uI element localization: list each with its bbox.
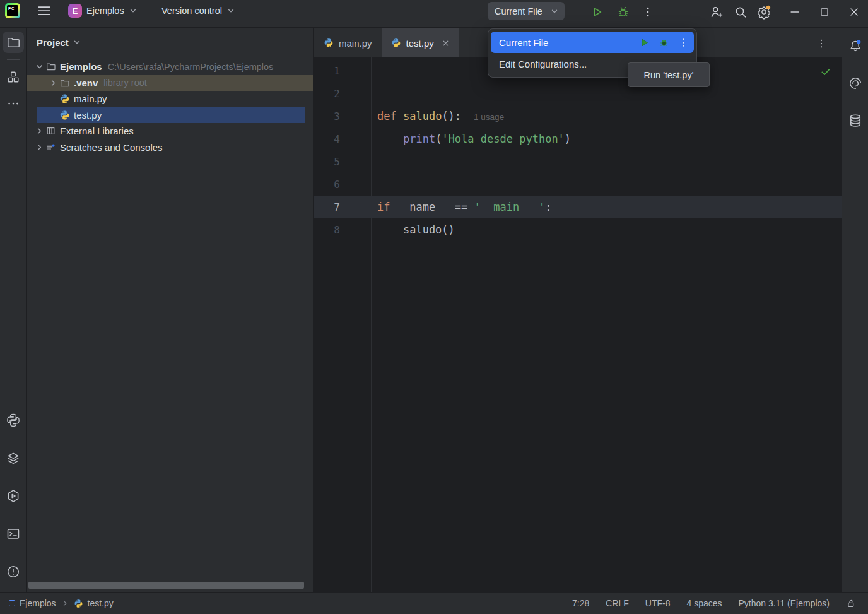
database-icon bbox=[848, 113, 863, 128]
tree-row-scratches[interactable]: Scratches and Consoles bbox=[27, 139, 313, 156]
database-button[interactable] bbox=[845, 110, 866, 131]
folder-icon bbox=[59, 78, 70, 88]
code-line-7-current: 7 if __name__ == '__main___': bbox=[314, 196, 842, 218]
chevron-down-icon bbox=[73, 38, 81, 47]
chevron-right-icon bbox=[35, 143, 44, 152]
tool-window-python-packages-button[interactable] bbox=[3, 410, 24, 431]
tree-label: Scratches and Consoles bbox=[60, 142, 163, 153]
tree-row-ejemplos[interactable]: Ejemplos C:\Users\rafa\PycharmProjects\E… bbox=[27, 59, 313, 75]
breadcrumb-file[interactable]: test.py bbox=[74, 598, 114, 608]
tool-window-problems-button[interactable] bbox=[3, 561, 24, 582]
line-number: 1 bbox=[314, 65, 372, 77]
run-config-selector[interactable]: Current File bbox=[488, 2, 565, 20]
python-file-icon bbox=[59, 110, 70, 121]
more-tool-windows-button[interactable] bbox=[3, 93, 24, 114]
popup-item-label: Edit Configurations... bbox=[499, 59, 587, 69]
editor-tab-options-button[interactable] bbox=[812, 35, 830, 52]
chevron-down-icon bbox=[550, 7, 559, 16]
keyword-token: if bbox=[377, 201, 397, 213]
tree-row-external-libraries[interactable]: External Libraries bbox=[27, 123, 313, 139]
horizontal-scrollbar[interactable] bbox=[28, 582, 304, 589]
project-panel-header[interactable]: Project bbox=[27, 28, 313, 56]
tool-window-terminal-button[interactable] bbox=[3, 523, 24, 545]
line-separator-widget[interactable]: CRLF bbox=[606, 598, 629, 608]
checkmark-icon bbox=[820, 66, 831, 78]
plain-token: __name__ == bbox=[397, 201, 474, 213]
caret-position-widget[interactable]: 7:28 bbox=[572, 598, 589, 608]
encoding-widget[interactable]: UTF-8 bbox=[645, 598, 671, 608]
code-editor[interactable]: 1 2 3 def saludo():1 usage 4 print('Hola… bbox=[314, 57, 842, 592]
string-token: 'Hola desde python' bbox=[442, 133, 564, 145]
main-menu-button[interactable] bbox=[35, 2, 53, 20]
keyword-token: def bbox=[377, 110, 403, 122]
chevron-right-icon bbox=[61, 599, 69, 607]
tool-window-project-button[interactable] bbox=[3, 32, 24, 53]
run-button[interactable] bbox=[588, 3, 606, 21]
tree-annotation: library root bbox=[103, 78, 147, 88]
pycharm-window: PC E Ejemplos Version control Current Fi… bbox=[0, 0, 868, 614]
usage-inlay-hint[interactable]: 1 usage bbox=[474, 112, 504, 122]
tree-label: .venv bbox=[74, 78, 98, 88]
tree-row-venv[interactable]: .venv library root bbox=[27, 75, 313, 92]
editor: main.py test.py 1 2 bbox=[314, 28, 842, 592]
project-panel: Project Ejemplos C:\Users\rafa\PycharmPr… bbox=[27, 28, 314, 592]
library-icon bbox=[45, 126, 56, 136]
chevron-right-icon bbox=[35, 126, 44, 136]
popup-run-button[interactable] bbox=[639, 37, 650, 48]
settings-warning-dot bbox=[766, 6, 770, 9]
notifications-bell-icon bbox=[848, 38, 863, 54]
menu-icon bbox=[36, 3, 52, 19]
minimize-button[interactable] bbox=[786, 3, 804, 21]
python-icon bbox=[6, 413, 21, 428]
close-tab-button[interactable] bbox=[442, 39, 450, 47]
settings-gear-icon bbox=[756, 4, 771, 20]
version-control-widget[interactable]: Version control bbox=[158, 2, 239, 20]
layers-icon bbox=[6, 451, 21, 466]
more-tools-icon bbox=[6, 97, 20, 110]
tree-label: main.py bbox=[74, 93, 107, 104]
tool-window-structure-button[interactable] bbox=[3, 66, 24, 88]
maximize-button[interactable] bbox=[816, 3, 833, 21]
code-line-8: 8 saludo() bbox=[314, 218, 842, 241]
tool-window-services-button[interactable] bbox=[3, 485, 24, 507]
pycharm-logo-icon: PC bbox=[5, 3, 20, 18]
function-name-token: saludo bbox=[403, 110, 442, 122]
readonly-toggle[interactable] bbox=[846, 598, 857, 609]
right-tool-strip bbox=[842, 28, 868, 592]
tab-main-py[interactable]: main.py bbox=[314, 28, 382, 57]
popup-more-button[interactable] bbox=[678, 37, 689, 48]
line-number: 4 bbox=[314, 133, 372, 145]
project-badge: E bbox=[68, 4, 82, 18]
indent-widget[interactable]: 4 spaces bbox=[686, 598, 722, 608]
search-everywhere-button[interactable] bbox=[732, 3, 749, 21]
popup-item-current-file[interactable]: Current File bbox=[491, 32, 694, 53]
titlebar: PC E Ejemplos Version control Current Fi… bbox=[0, 0, 868, 28]
notifications-button[interactable] bbox=[845, 35, 866, 57]
tab-test-py[interactable]: test.py bbox=[382, 28, 459, 57]
settings-button[interactable] bbox=[755, 3, 773, 21]
chevron-down-icon bbox=[129, 6, 138, 15]
add-user-icon bbox=[709, 4, 724, 20]
project-folder-icon bbox=[6, 35, 21, 50]
breadcrumb-project[interactable]: Ejemplos bbox=[9, 598, 56, 608]
tab-label: test.py bbox=[406, 38, 434, 49]
inspections-passed-button[interactable] bbox=[820, 66, 831, 78]
tree-row-main-py[interactable]: main.py bbox=[27, 91, 313, 107]
interpreter-widget[interactable]: Python 3.11 (Ejemplos) bbox=[739, 598, 830, 608]
project-selector[interactable]: E Ejemplos bbox=[64, 2, 141, 20]
popup-debug-button[interactable] bbox=[659, 37, 669, 48]
tree-row-test-py[interactable]: test.py bbox=[27, 107, 313, 124]
punctuation-token: ( bbox=[435, 133, 442, 145]
close-window-button[interactable] bbox=[845, 3, 863, 21]
ai-assistant-button[interactable] bbox=[845, 73, 866, 94]
debug-button[interactable] bbox=[614, 3, 632, 21]
code-with-me-button[interactable] bbox=[708, 3, 725, 21]
status-bar: Ejemplos test.py 7:28 CRLF UTF-8 4 space… bbox=[0, 592, 868, 614]
search-icon bbox=[733, 4, 748, 20]
more-actions-button[interactable] bbox=[639, 3, 657, 21]
tool-window-python-console-button[interactable] bbox=[3, 447, 24, 469]
python-file-icon bbox=[324, 38, 334, 48]
tree-label: Ejemplos bbox=[60, 61, 102, 72]
builtin-token: print bbox=[403, 133, 435, 145]
python-file-icon bbox=[391, 38, 401, 48]
